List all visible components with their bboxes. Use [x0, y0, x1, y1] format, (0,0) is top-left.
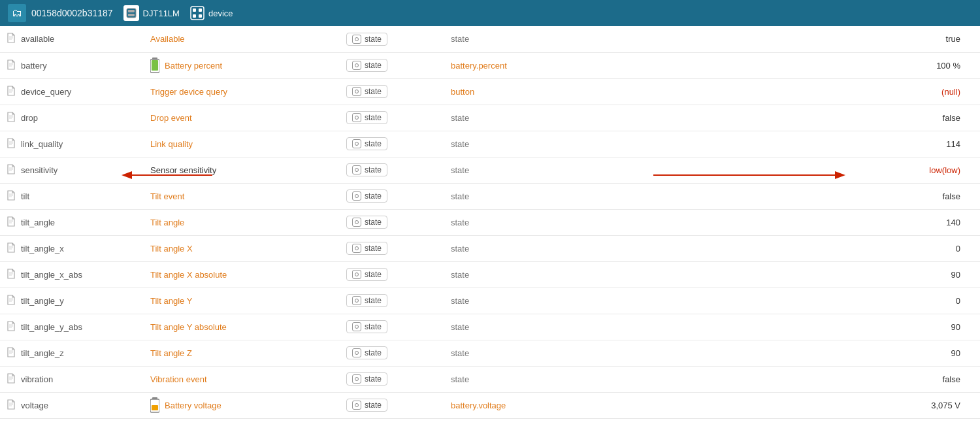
row-key: battery	[21, 61, 47, 71]
row-key: drop	[21, 113, 38, 123]
svg-rect-4	[193, 8, 196, 12]
row-state-badge: state	[340, 261, 444, 288]
data-table: availableAvailable state statetrue batte…	[0, 26, 980, 419]
state-circle-icon	[352, 35, 361, 44]
row-type: state	[444, 157, 575, 183]
row-description: Battery percent	[144, 52, 340, 78]
svg-rect-6	[193, 14, 196, 18]
row-name-cell: tilt_angle_y_abs	[7, 321, 137, 333]
doc-icon	[7, 269, 16, 281]
row-description: Tilt angle	[144, 209, 340, 235]
data-table-container: availableAvailable state statetrue batte…	[0, 26, 980, 428]
row-type: state	[444, 26, 575, 52]
doc-icon	[7, 347, 16, 359]
table-row: dropDrop event state statefalse	[0, 105, 980, 131]
header-model[interactable]: DJT11LM	[123, 5, 180, 21]
row-description: Tilt event	[144, 183, 340, 209]
svg-rect-5	[199, 8, 202, 12]
row-value: 90	[575, 314, 980, 340]
row-type: button	[444, 78, 575, 105]
row-description: Vibration event	[144, 366, 340, 392]
row-name-cell: tilt_angle_x	[7, 242, 137, 255]
row-state-badge: state	[340, 366, 444, 392]
row-description: Tilt angle Y absolute	[144, 314, 340, 340]
row-value: 0	[575, 288, 980, 314]
row-key: voltage	[21, 401, 48, 410]
state-badge: state	[346, 294, 387, 307]
table-row: tiltTilt event state statefalse	[0, 183, 980, 209]
state-label: state	[365, 191, 382, 201]
row-key: tilt_angle_y_abs	[21, 322, 82, 332]
row-key: tilt_angle_z	[21, 348, 64, 358]
state-circle-icon	[352, 218, 361, 227]
model-icon	[123, 5, 139, 21]
row-key: available	[21, 34, 54, 44]
row-value: 140	[575, 209, 980, 235]
state-circle-icon	[352, 401, 361, 410]
svg-rect-1	[128, 10, 135, 12]
row-description: Drop event	[144, 105, 340, 131]
row-key: vibration	[21, 374, 53, 384]
row-type: state	[444, 340, 575, 366]
row-name-cell: voltage	[7, 399, 137, 412]
row-description: Tilt angle X	[144, 235, 340, 261]
state-badge: state	[346, 163, 387, 176]
state-circle-inner	[355, 246, 359, 250]
state-circle-icon	[352, 61, 361, 70]
svg-rect-58	[152, 405, 158, 410]
table-row: device_queryTrigger device query state b…	[0, 78, 980, 105]
row-type: battery.percent	[444, 52, 575, 78]
state-circle-icon	[352, 374, 361, 384]
state-circle-inner	[355, 116, 359, 120]
row-key: tilt_angle_x	[21, 244, 64, 254]
state-circle-icon	[352, 296, 361, 305]
state-badge: state	[346, 346, 387, 359]
state-circle-inner	[355, 377, 359, 381]
state-circle-icon	[352, 191, 361, 201]
doc-icon	[7, 86, 16, 98]
row-value: low(low)	[575, 157, 980, 183]
state-circle-inner	[355, 351, 359, 355]
row-key: tilt_angle_x_abs	[21, 270, 82, 280]
row-state-badge: state	[340, 235, 444, 261]
device-id-label: 00158d0002b31187	[31, 8, 113, 18]
table-row: tilt_angle_yTilt angle Y state state0	[0, 288, 980, 314]
state-circle-icon	[352, 139, 361, 148]
svg-rect-2	[128, 14, 135, 16]
state-circle-inner	[355, 220, 359, 224]
row-name-cell: available	[7, 33, 137, 45]
row-value: 90	[575, 261, 980, 288]
row-description: Available	[144, 26, 340, 52]
row-key: tilt_angle	[21, 218, 55, 227]
state-badge: state	[346, 320, 387, 333]
doc-icon	[7, 399, 16, 412]
row-value: (null)	[575, 78, 980, 105]
state-circle-icon	[352, 348, 361, 357]
row-description: Battery voltage	[144, 392, 340, 418]
row-type: state	[444, 235, 575, 261]
row-description: Tilt angle Y	[144, 288, 340, 314]
row-key: device_query	[21, 87, 71, 97]
header-section[interactable]: device	[190, 6, 233, 20]
table-row: tilt_angle_x_absTilt angle X absolute st…	[0, 261, 980, 288]
state-badge: state	[346, 189, 387, 203]
table-row: tilt_angle_y_absTilt angle Y absolute st…	[0, 314, 980, 340]
row-name-cell: tilt	[7, 190, 137, 203]
doc-icon	[7, 164, 16, 176]
row-state-badge: state	[340, 105, 444, 131]
table-row: link_qualityLink quality state state114	[0, 131, 980, 157]
state-circle-inner	[355, 272, 359, 276]
state-badge: state	[346, 59, 387, 72]
table-row: tilt_angle_zTilt angle Z state state90	[0, 340, 980, 366]
state-badge: state	[346, 137, 387, 150]
state-label: state	[365, 61, 382, 70]
state-badge: state	[346, 399, 387, 412]
row-name-cell: tilt_angle	[7, 216, 137, 229]
table-row: voltage Battery voltage state battery.vo…	[0, 392, 980, 418]
row-type: state	[444, 131, 575, 157]
row-description: Tilt angle Z	[144, 340, 340, 366]
row-name-cell: tilt_angle_z	[7, 347, 137, 359]
header-device-id[interactable]: 🗂 00158d0002b31187	[8, 4, 113, 22]
state-label: state	[365, 87, 382, 96]
row-name-cell: device_query	[7, 86, 137, 98]
